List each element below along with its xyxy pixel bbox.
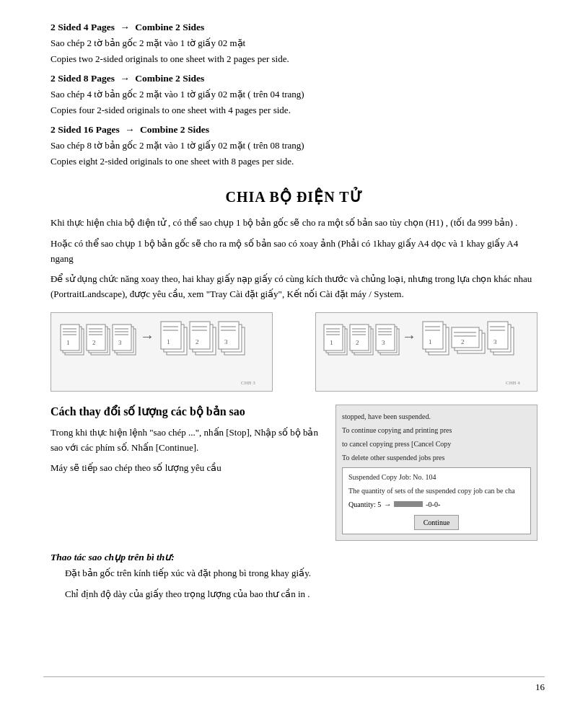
section-2sided-8pages: 2 Sided 8 Pages → Combine 2 Sides Sao ch… [51, 73, 537, 117]
svg-rect-24 [161, 322, 181, 349]
collate-diagram-svg: 1 2 [53, 314, 270, 389]
diagram-left: 1 2 [51, 312, 273, 392]
svg-text:2: 2 [196, 338, 199, 345]
quantity-range: -0-0- [426, 499, 440, 510]
arrow-icon-3: → [125, 124, 135, 135]
section-2sided-4pages: 2 Sided 4 Pages → Combine 2 Sides Sao ch… [51, 22, 537, 66]
svg-text:1: 1 [167, 338, 170, 345]
section-line2-1: Copies two 2-sided originals to one shee… [51, 52, 537, 66]
svg-text:2: 2 [92, 339, 96, 346]
svg-text:2: 2 [356, 339, 359, 346]
diagram-right: 1 2 3 [315, 312, 537, 392]
chapter-title: CHIA BỘ ĐIỆN TỬ [51, 188, 537, 206]
paragraph-2: Hoặc có thể sao chụp 1 bộ bản gốc sẽ cho… [51, 237, 537, 267]
svg-text:1: 1 [429, 338, 432, 345]
section-title-bold-2: 2 Sided 8 Pages [51, 73, 115, 84]
arrow-icon-1: → [120, 22, 130, 32]
section-title-bold-1: 2 Sided 4 Pages [51, 22, 115, 32]
svg-text:CHB 4: CHB 4 [506, 380, 520, 386]
col-right: stopped, have been suspended. To continu… [335, 405, 537, 541]
section-title-bold-3: 2 Sided 16 Pages [51, 124, 120, 135]
section-title-suffix-2: Combine 2 Sides [135, 73, 204, 84]
svg-text:3: 3 [224, 338, 228, 345]
screenshot-line3: to cancel copying press [Cancel Copy [342, 438, 531, 449]
screenshot-inner-label1: Suspended Copy Job: No. 104 [348, 472, 525, 482]
screenshot-inner-label2: The quantity of sets of the suspended co… [348, 485, 525, 496]
svg-rect-77 [488, 322, 508, 349]
screenshot-line2: To continue copying and printing pres [342, 425, 531, 436]
subsection-title: Cách thay đổi số lượng các bộ bản sao [51, 405, 321, 420]
subsection-para-2: Máy sẽ tiếp sao chép theo số lượng yêu c… [51, 461, 321, 476]
two-col-section: Cách thay đổi số lượng các bộ bản sao Tr… [51, 405, 537, 541]
svg-text:→: → [140, 328, 154, 344]
screenshot-inner-box: Suspended Copy Job: No. 104 The quantity… [342, 467, 531, 534]
svg-text:3: 3 [118, 339, 122, 346]
section-title-suffix-3: Combine 2 Sides [140, 124, 209, 135]
arrow-icon-2: → [120, 73, 130, 84]
section-line2-2: Copies four 2-sided originals to one she… [51, 103, 537, 118]
section-2sided-16pages: 2 Sided 16 Pages → Combine 2 Sides Sao c… [51, 124, 537, 168]
svg-rect-36 [219, 322, 239, 349]
section-line2-3: Copies eight 2-sided originals to one sh… [51, 154, 537, 169]
svg-rect-71 [452, 327, 479, 348]
page: 2 Sided 4 Pages → Combine 2 Sides Sao ch… [0, 0, 588, 706]
svg-text:3: 3 [382, 339, 385, 346]
envelope-section: Thao tác sao chụp trên bì thư: Đặt bản g… [51, 551, 537, 602]
quantity-arrow: → [384, 499, 391, 510]
svg-text:3: 3 [493, 338, 497, 345]
section-title-1: 2 Sided 4 Pages → Combine 2 Sides [51, 22, 537, 33]
svg-text:1: 1 [330, 339, 333, 346]
svg-text:2: 2 [461, 338, 465, 345]
svg-text:CHB 3: CHB 3 [241, 380, 255, 386]
diagrams-row: 1 2 [51, 312, 537, 392]
envelope-title: Thao tác sao chụp trên bì thư: [51, 551, 537, 563]
screenshot-box: stopped, have been suspended. To continu… [335, 405, 537, 541]
section-title-suffix-1: Combine 2 Sides [135, 22, 204, 32]
section-line1-2: Sao chép 4 tờ bản gốc 2 mặt vào 1 tờ giấ… [51, 87, 537, 102]
envelope-title-text: Thao tác sao chụp trên bì thư: [51, 552, 175, 562]
screenshot-line1: stopped, have been suspended. [342, 411, 531, 422]
col-left: Cách thay đổi số lượng các bộ bản sao Tr… [51, 405, 321, 482]
subsection-para-1: Trong khi thực hiện lệnh "sao chép ...",… [51, 425, 321, 456]
rotate-collate-diagram-svg: 1 2 3 [318, 314, 535, 389]
quantity-bar [394, 501, 423, 507]
continue-button[interactable]: Continue [414, 515, 460, 530]
paragraph-3: Để sử dụng chức năng xoay theo, hai khay… [51, 272, 537, 302]
svg-rect-30 [190, 322, 210, 349]
page-number: 16 [535, 681, 545, 693]
envelope-line2: Chỉ định độ dày của giấy theo trọng lượn… [65, 587, 537, 602]
svg-text:→: → [402, 328, 416, 344]
screenshot-line4: To delete other suspended jobs pres [342, 452, 531, 463]
envelope-line1: Đặt bản gốc trên kính tiếp xúc và đặt ph… [65, 566, 537, 581]
paragraph-1: Khi thực hiện chia bộ điện tử , có thể s… [51, 216, 537, 231]
section-title-3: 2 Sided 16 Pages → Combine 2 Sides [51, 124, 537, 136]
svg-rect-65 [423, 322, 443, 349]
section-line1-3: Sao chép 8 tờ bản gốc 2 mặt vào 1 tờ giấ… [51, 138, 537, 153]
quantity-label: Quantity: 5 [348, 499, 381, 510]
section-title-2: 2 Sided 8 Pages → Combine 2 Sides [51, 73, 537, 84]
svg-text:1: 1 [66, 339, 70, 346]
screenshot-quantity-row: Quantity: 5 → -0-0- [348, 499, 525, 510]
section-line1-1: Sao chép 2 tờ bản gốc 2 mặt vào 1 tờ giấ… [51, 36, 537, 50]
